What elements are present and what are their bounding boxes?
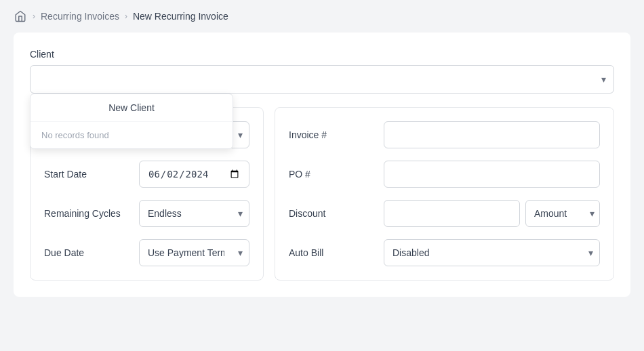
due-date-input-wrapper: Use Payment Terms On Receipt Net 7 Net 1… xyxy=(139,239,249,266)
po-input[interactable] xyxy=(384,161,600,188)
remaining-cycles-input-wrapper: Endless 1 2 6 12 ▾ xyxy=(139,200,249,227)
auto-bill-select[interactable]: Disabled Enabled Opt-In Opt-Out xyxy=(384,239,600,266)
discount-input[interactable] xyxy=(384,200,520,227)
breadcrumb: › Recurring Invoices › New Recurring Inv… xyxy=(0,0,644,33)
start-date-input[interactable] xyxy=(139,161,249,188)
breadcrumb-current-page: New Recurring Invoice xyxy=(133,11,228,22)
due-date-label: Due Date xyxy=(44,247,139,258)
auto-bill-input-wrapper: Disabled Enabled Opt-In Opt-Out ▾ xyxy=(384,239,600,266)
main-content: Client ▾ New Client No records found Fre… xyxy=(14,33,630,297)
client-select-wrapper: ▾ New Client No records found xyxy=(30,65,614,94)
discount-type-select[interactable]: Amount Percent xyxy=(525,200,600,227)
breadcrumb-chevron-2: › xyxy=(125,12,127,21)
invoice-input[interactable] xyxy=(384,121,600,148)
remaining-cycles-row: Remaining Cycles Endless 1 2 6 12 ▾ xyxy=(44,200,249,227)
discount-input-wrapper: Amount Percent ▾ xyxy=(384,200,600,227)
discount-type-wrapper: Amount Percent ▾ xyxy=(525,200,600,227)
po-label: PO # xyxy=(289,169,384,180)
invoice-row: Invoice # xyxy=(289,121,600,148)
discount-row: Discount Amount Percent ▾ xyxy=(289,200,600,227)
breadcrumb-recurring-invoices[interactable]: Recurring Invoices xyxy=(41,11,119,22)
invoice-label: Invoice # xyxy=(289,129,384,140)
start-date-label: Start Date xyxy=(44,169,139,180)
discount-label: Discount xyxy=(289,208,384,219)
client-dropdown: New Client No records found xyxy=(30,94,233,149)
no-records-option: No records found xyxy=(31,122,233,148)
home-icon[interactable] xyxy=(14,9,27,23)
start-date-row: Start Date xyxy=(44,161,249,188)
start-date-input-wrapper xyxy=(139,161,249,188)
client-select[interactable] xyxy=(30,65,614,94)
new-client-option[interactable]: New Client xyxy=(31,94,233,122)
remaining-cycles-label: Remaining Cycles xyxy=(44,208,139,219)
auto-bill-label: Auto Bill xyxy=(289,247,384,258)
po-row: PO # xyxy=(289,161,600,188)
due-date-row: Due Date Use Payment Terms On Receipt Ne… xyxy=(44,239,249,266)
right-form-card: Invoice # PO # Discount xyxy=(275,107,614,281)
invoice-input-wrapper xyxy=(384,121,600,148)
breadcrumb-chevron-1: › xyxy=(33,12,35,21)
client-label: Client xyxy=(30,49,614,60)
remaining-cycles-select[interactable]: Endless 1 2 6 12 xyxy=(139,200,249,227)
due-date-select[interactable]: Use Payment Terms On Receipt Net 7 Net 1… xyxy=(139,239,249,266)
auto-bill-row: Auto Bill Disabled Enabled Opt-In Opt-Ou… xyxy=(289,239,600,266)
client-section: Client ▾ New Client No records found xyxy=(30,49,614,94)
po-input-wrapper xyxy=(384,161,600,188)
